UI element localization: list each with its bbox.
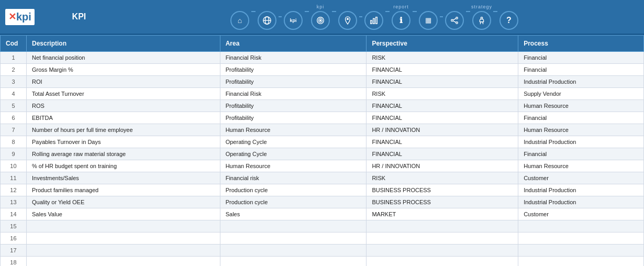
calendar-icon[interactable]: ▦ bbox=[419, 11, 438, 30]
cell-process: Industrial Production bbox=[518, 184, 644, 196]
table-container: Cod Description Area Perspective Process… bbox=[0, 35, 644, 266]
svg-point-12 bbox=[456, 21, 458, 24]
kpi-table: Cod Description Area Perspective Process… bbox=[0, 35, 644, 266]
table-row: 6EBITDAProfitabilityFINANCIALFinancial bbox=[1, 112, 644, 124]
cell-description: Product families managed bbox=[26, 184, 220, 196]
table-row: 9Rolling average raw material storageOpe… bbox=[1, 148, 644, 160]
cell-perspective bbox=[367, 220, 518, 232]
cell-description: EBITDA bbox=[26, 112, 220, 124]
help-icon[interactable]: ? bbox=[499, 11, 518, 30]
cell-process: Industrial Production bbox=[518, 196, 644, 208]
col-header-process: Process bbox=[518, 36, 644, 52]
table-row: 11Investments/SalesFinancial riskRISKCus… bbox=[1, 172, 644, 184]
cell-area: Profitability bbox=[220, 112, 367, 124]
cell-area bbox=[220, 245, 367, 257]
cell-process bbox=[518, 232, 644, 245]
cell-area: Operating Cycle bbox=[220, 136, 367, 148]
svg-rect-8 bbox=[373, 18, 375, 24]
cell-description: Sales Value bbox=[26, 208, 220, 220]
svg-line-13 bbox=[453, 18, 456, 20]
target-icon[interactable] bbox=[311, 11, 330, 30]
location-icon[interactable] bbox=[338, 11, 357, 30]
table-row: 2Gross Margin %ProfitabilityFINANCIALFin… bbox=[1, 64, 644, 76]
logo-box: ✕ kpi bbox=[5, 9, 35, 25]
table-row: 12Product families managedProduction cyc… bbox=[1, 184, 644, 196]
cell-cod: 18 bbox=[1, 257, 27, 267]
table-header-row: Cod Description Area Perspective Process bbox=[1, 36, 644, 52]
table-row: 10% of HR budget spent on trainingHuman … bbox=[1, 160, 644, 172]
cell-perspective: RISK bbox=[367, 52, 518, 64]
svg-point-6 bbox=[347, 18, 349, 19]
figure-icon[interactable] bbox=[472, 11, 491, 30]
info-icon[interactable]: ℹ bbox=[392, 11, 410, 30]
table-row: 8Payables Turnover in DaysOperating Cycl… bbox=[1, 136, 644, 148]
cell-perspective: RISK bbox=[367, 88, 518, 100]
network-icon[interactable] bbox=[258, 11, 276, 30]
cell-area: Human Resource bbox=[220, 160, 367, 172]
cell-area bbox=[220, 232, 367, 245]
cell-description: Total Asset Turnover bbox=[26, 88, 220, 100]
cell-area: Profitability bbox=[220, 100, 367, 112]
svg-line-14 bbox=[453, 20, 456, 22]
cell-process: Supply Vendor bbox=[518, 88, 644, 100]
cell-process: Human Resource bbox=[518, 124, 644, 136]
svg-point-5 bbox=[320, 19, 321, 21]
logo-x-icon: ✕ bbox=[8, 11, 16, 23]
cell-description: % of HR budget spent on training bbox=[26, 160, 220, 172]
cell-cod: 7 bbox=[1, 124, 27, 136]
cell-description bbox=[26, 232, 220, 245]
cell-perspective: FINANCIAL bbox=[367, 148, 518, 160]
svg-line-16 bbox=[480, 21, 481, 24]
cell-process: Industrial Production bbox=[518, 76, 644, 88]
cell-description: Investments/Sales bbox=[26, 172, 220, 184]
nav-group-home: ⌂ bbox=[230, 4, 276, 30]
logo-kpi-text: kpi bbox=[16, 11, 31, 23]
table-row: 16 bbox=[1, 232, 644, 245]
cell-description bbox=[26, 257, 220, 267]
cell-perspective: BUSINESS PROCESS bbox=[367, 196, 518, 208]
cell-perspective: HR / INNOVATION bbox=[367, 160, 518, 172]
cell-process bbox=[518, 245, 644, 257]
cell-perspective: BUSINESS PROCESS bbox=[367, 184, 518, 196]
cell-cod: 4 bbox=[1, 88, 27, 100]
header-title: KPI bbox=[48, 12, 110, 21]
cell-cod: 15 bbox=[1, 220, 27, 232]
table-row: 15 bbox=[1, 220, 644, 232]
cell-process: Industrial Production bbox=[518, 136, 644, 148]
cell-cod: 16 bbox=[1, 232, 27, 245]
table-row: 17 bbox=[1, 245, 644, 257]
cell-perspective: MARKET bbox=[367, 208, 518, 220]
cell-description bbox=[26, 245, 220, 257]
cell-cod: 10 bbox=[1, 160, 27, 172]
cell-cod: 2 bbox=[1, 64, 27, 76]
table-row: 5ROSProfitabilityFINANCIALHuman Resource bbox=[1, 100, 644, 112]
cell-area: Financial Risk bbox=[220, 52, 367, 64]
cell-process: Financial bbox=[518, 148, 644, 160]
cell-description: Number of hours per full time employee bbox=[26, 124, 220, 136]
cell-area: Financial Risk bbox=[220, 88, 367, 100]
share-icon[interactable] bbox=[445, 11, 464, 30]
nav-group-strategy-label: strategy bbox=[471, 4, 492, 9]
nav-area: ⌂ kpi kpi bbox=[110, 4, 639, 30]
header: ✕ kpi KPI ⌂ bbox=[0, 0, 644, 34]
cell-area: Sales bbox=[220, 208, 367, 220]
cell-area: Human Resource bbox=[220, 124, 367, 136]
nav-group-kpi: kpi kpi bbox=[284, 4, 357, 30]
cell-description: ROI bbox=[26, 76, 220, 88]
home-icon[interactable]: ⌂ bbox=[230, 11, 249, 30]
cell-cod: 6 bbox=[1, 112, 27, 124]
kpi-icon[interactable]: kpi bbox=[284, 11, 303, 30]
cell-area: Profitability bbox=[220, 76, 367, 88]
table-row: 13Quality or Yield OEEProduction cycleBU… bbox=[1, 196, 644, 208]
cell-cod: 14 bbox=[1, 208, 27, 220]
cell-description bbox=[26, 220, 220, 232]
cell-description: Quality or Yield OEE bbox=[26, 196, 220, 208]
chart-icon[interactable] bbox=[364, 11, 383, 30]
cell-process: Customer bbox=[518, 172, 644, 184]
table-row: 7Number of hours per full time employeeH… bbox=[1, 124, 644, 136]
cell-perspective: HR / INNOVATION bbox=[367, 124, 518, 136]
cell-process: Financial bbox=[518, 64, 644, 76]
cell-area: Financial risk bbox=[220, 172, 367, 184]
table-row: 3ROIProfitabilityFINANCIALIndustrial Pro… bbox=[1, 76, 644, 88]
cell-description: Rolling average raw material storage bbox=[26, 148, 220, 160]
